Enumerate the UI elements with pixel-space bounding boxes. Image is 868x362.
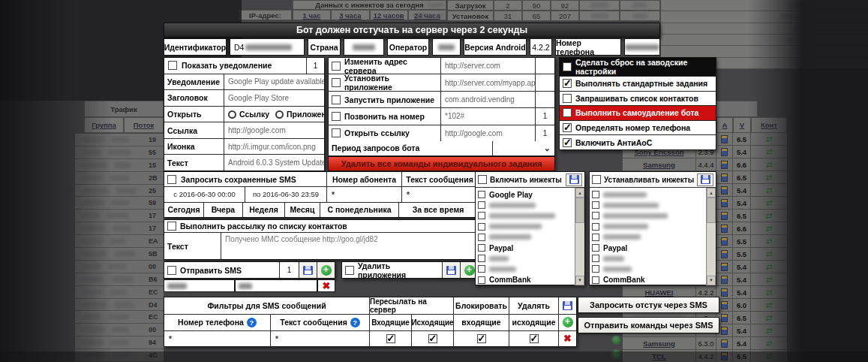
inject-checkbox[interactable]: [592, 244, 599, 252]
inject-list-item[interactable]: [592, 232, 706, 243]
scroll-thumb[interactable]: [575, 198, 584, 223]
broadcast-checkbox[interactable]: [167, 222, 176, 231]
save-filters-button[interactable]: [559, 297, 576, 314]
save-button[interactable]: [697, 173, 713, 186]
add-filter-button[interactable]: +: [559, 315, 576, 330]
inject-checkbox[interactable]: [478, 223, 485, 231]
inject-list-item[interactable]: [592, 253, 706, 264]
open-link-radio[interactable]: [228, 110, 236, 119]
command-count-field[interactable]: [535, 58, 554, 74]
inject-checkbox[interactable]: [478, 191, 485, 198]
option-checkbox[interactable]: [563, 94, 572, 103]
request-saved-sms-checkbox[interactable]: [167, 175, 176, 184]
inject-list-item[interactable]: [592, 200, 706, 210]
phone-filter-field[interactable]: *: [164, 331, 271, 347]
date-from-field[interactable]: с 2016-06-30 00:00: [164, 187, 245, 201]
inject-checkbox[interactable]: [592, 255, 599, 262]
delete-apps-checkbox[interactable]: [345, 266, 354, 275]
quick-range-button[interactable]: Месяц: [285, 203, 320, 217]
command-checkbox[interactable]: [332, 112, 341, 121]
scroll-up-icon[interactable]: ▲: [707, 188, 716, 198]
open-app-radio[interactable]: [275, 110, 284, 119]
delete-all-commands-button[interactable]: Удалить все команды индивидуального зада…: [329, 156, 554, 171]
command-value-field[interactable]: http://google.com: [441, 125, 535, 141]
command-count-field[interactable]: 1: [535, 125, 554, 141]
save-button[interactable]: [299, 262, 317, 278]
inject-checkbox[interactable]: [592, 223, 599, 231]
bot-period-dropdown[interactable]: ⌄: [492, 141, 554, 155]
command-value-field[interactable]: *102#: [441, 108, 535, 124]
enable-injects-checkbox[interactable]: [478, 175, 487, 184]
send-sms-count-field[interactable]: 1: [279, 262, 299, 278]
command-value-field[interactable]: com.android.vending: [441, 92, 535, 107]
subscriber-filter-field[interactable]: *: [327, 187, 402, 201]
delete-filter-button[interactable]: ✖: [559, 331, 576, 347]
save-button[interactable]: [442, 262, 460, 278]
quick-range-button[interactable]: За все время: [399, 203, 477, 217]
command-count-field[interactable]: [535, 92, 554, 107]
inject-checkbox[interactable]: [478, 201, 485, 209]
inject-checkbox[interactable]: [478, 255, 485, 262]
date-to-field[interactable]: по 2016-06-30 23:59: [245, 187, 327, 201]
help-icon[interactable]: ?: [247, 318, 257, 327]
sms-number-cell[interactable]: [164, 279, 235, 292]
scroll-down-icon[interactable]: ▼: [575, 276, 584, 285]
notification-title-field[interactable]: Google Play Store: [224, 90, 324, 106]
save-button[interactable]: [566, 173, 582, 186]
inject-checkbox[interactable]: [592, 212, 599, 219]
text-filter-field[interactable]: *: [402, 187, 477, 201]
inject-checkbox[interactable]: [592, 234, 599, 241]
inject-list-item[interactable]: [592, 210, 706, 221]
command-value-field[interactable]: http://server.com/myapp.apk: [441, 74, 535, 90]
inject-checkbox[interactable]: [592, 191, 599, 198]
inject-checkbox[interactable]: [592, 276, 599, 284]
quick-range-button[interactable]: Вчера: [204, 203, 243, 217]
show-notification-checkbox[interactable]: [168, 61, 177, 70]
delete-row-button[interactable]: ✖: [317, 279, 335, 292]
inject-list-item[interactable]: Google Play: [478, 189, 575, 200]
quick-range-button[interactable]: Сегодня: [164, 203, 204, 217]
command-checkbox[interactable]: [332, 62, 341, 71]
request-checkin-sms-button[interactable]: Запросить отстук через SMS: [578, 297, 719, 313]
inject-list-item[interactable]: [592, 222, 706, 232]
install-injects-checkbox[interactable]: [592, 175, 601, 184]
command-count-field[interactable]: [535, 74, 554, 90]
inject-checkbox[interactable]: [478, 234, 485, 241]
option-checkbox[interactable]: [563, 79, 572, 88]
inject-list-item[interactable]: [478, 253, 575, 264]
inject-list-item[interactable]: [478, 264, 575, 274]
quick-range-button[interactable]: С понедельника: [320, 203, 399, 217]
block-incoming-checkbox[interactable]: [477, 334, 486, 343]
help-icon[interactable]: ?: [350, 318, 360, 327]
inject-checkbox[interactable]: [478, 244, 485, 252]
link-field[interactable]: http://google.com: [224, 122, 324, 138]
inject-list-item[interactable]: Paypal: [478, 243, 575, 253]
command-checkbox[interactable]: [332, 95, 341, 104]
delete-outgoing-checkbox[interactable]: [530, 334, 539, 343]
send-sms-checkbox[interactable]: [167, 266, 176, 275]
scroll-down-icon[interactable]: ▼: [707, 276, 716, 285]
inject-list-item[interactable]: [478, 232, 575, 243]
inject-list-item[interactable]: [478, 210, 575, 221]
inject-list-item[interactable]: [478, 200, 575, 210]
forward-incoming-checkbox[interactable]: [386, 334, 395, 343]
inject-list-item[interactable]: [592, 264, 706, 274]
scroll-up-icon[interactable]: ▲: [575, 188, 584, 198]
inject-checkbox[interactable]: [478, 265, 485, 273]
command-checkbox[interactable]: [332, 78, 341, 87]
option-checkbox[interactable]: [563, 62, 572, 71]
option-checkbox[interactable]: [563, 108, 572, 117]
send-commands-sms-button[interactable]: Отправить команды через SMS: [578, 317, 719, 333]
option-checkbox[interactable]: [563, 138, 572, 147]
sms-text-cell[interactable]: [235, 279, 317, 292]
icon-url-field[interactable]: http://i.imgur.com/icon.png: [224, 139, 324, 155]
inject-list-item[interactable]: [592, 189, 706, 200]
notification-text-field[interactable]: Google Play update available: [224, 74, 324, 90]
add-row-button[interactable]: +: [317, 262, 335, 278]
command-checkbox[interactable]: [332, 128, 341, 137]
notification-count-field[interactable]: 1: [306, 58, 324, 74]
inject-checkbox[interactable]: [592, 201, 599, 209]
text-filter-field[interactable]: *: [271, 331, 370, 347]
option-checkbox[interactable]: [563, 123, 572, 132]
inject-checkbox[interactable]: [478, 212, 485, 219]
